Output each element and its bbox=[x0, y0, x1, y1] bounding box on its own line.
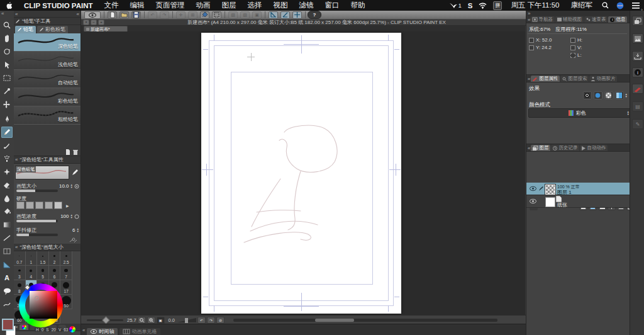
canvas-page[interactable] bbox=[201, 33, 401, 314]
gradient-tool[interactable] bbox=[1, 219, 13, 230]
h-checkbox[interactable] bbox=[570, 38, 575, 43]
canvas-viewport[interactable] bbox=[80, 31, 525, 315]
density-slider[interactable] bbox=[16, 220, 58, 222]
brush-size-stepper[interactable]: ▲▼ bbox=[70, 184, 73, 189]
tone-effect-icon[interactable] bbox=[594, 91, 602, 99]
snap-transform-button[interactable]: ⊞ bbox=[188, 11, 197, 19]
bottom-dock-collapse-icon[interactable]: « bbox=[82, 327, 85, 333]
layer-row-paper[interactable]: 纸张 bbox=[526, 195, 630, 208]
line-correction-tool[interactable] bbox=[1, 298, 13, 310]
tool-property-panel-header[interactable]: « “深色铅笔”工具属性 bbox=[14, 156, 80, 164]
figure-tool[interactable] bbox=[1, 232, 13, 244]
foreground-color-swatch[interactable] bbox=[2, 319, 14, 331]
decoration-tool[interactable] bbox=[1, 166, 13, 178]
mesh-transform-button[interactable] bbox=[212, 11, 221, 19]
brush-item-rough-pencil[interactable]: 粗糙铅笔 bbox=[14, 106, 80, 125]
image-material-icon[interactable] bbox=[632, 33, 643, 43]
density-dynamics-icon[interactable] bbox=[74, 214, 79, 219]
show-menu-eye-button[interactable] bbox=[84, 11, 101, 19]
size-cell[interactable]: 5 bbox=[37, 266, 49, 280]
window-zoom-button[interactable]: + bbox=[98, 20, 104, 25]
tab-layers[interactable]: 图层 bbox=[531, 145, 550, 151]
subtool-collapse-icon[interactable]: « bbox=[15, 11, 18, 17]
window-close-button[interactable]: × bbox=[83, 20, 89, 25]
eyedropper-tool[interactable] bbox=[1, 86, 13, 97]
l-checkbox[interactable] bbox=[570, 53, 575, 58]
pencil-tool[interactable] bbox=[1, 127, 13, 138]
menu-file[interactable]: 文件 bbox=[98, 0, 124, 11]
menubar-user[interactable]: 康绍军 bbox=[565, 0, 599, 11]
tab-navigator[interactable]: 导航器 bbox=[531, 16, 555, 23]
tab-layer-property[interactable]: 图层属性 bbox=[531, 76, 560, 82]
balloon-tool[interactable] bbox=[1, 285, 13, 297]
layer-panel-collapse[interactable]: « bbox=[528, 145, 530, 151]
layer1-thumbnail[interactable] bbox=[545, 185, 555, 195]
blend-tool[interactable] bbox=[1, 193, 13, 204]
menu-select[interactable]: 选择 bbox=[242, 0, 267, 11]
border-effect-icon[interactable] bbox=[583, 91, 592, 99]
tab-animation-film[interactable]: 动画胶片 bbox=[589, 76, 617, 82]
wifi-icon[interactable] bbox=[475, 0, 490, 11]
subtool-tab-pencil[interactable]: 铅笔 bbox=[15, 26, 36, 33]
rotate-canvas-tool[interactable] bbox=[1, 46, 13, 57]
input-method-icon[interactable]: 拼 bbox=[490, 0, 505, 11]
tab-timeline[interactable]: 时间轴 bbox=[87, 328, 118, 335]
sv-selector-marker[interactable] bbox=[35, 296, 39, 300]
tab-subview[interactable]: 辅助视图 bbox=[555, 16, 584, 23]
frame-border-tool[interactable] bbox=[1, 246, 13, 257]
mask-button-1[interactable]: ▨ bbox=[228, 11, 238, 19]
paper-visible-eye-icon[interactable] bbox=[530, 199, 536, 203]
s-status-icon[interactable]: S bbox=[465, 0, 476, 11]
horizontal-scrollbar[interactable] bbox=[233, 319, 497, 322]
airbrush-tool[interactable] bbox=[1, 153, 13, 164]
pressure-dynamics-icon[interactable] bbox=[74, 184, 79, 189]
brush-size-slider[interactable] bbox=[16, 190, 58, 192]
rotation-slider[interactable] bbox=[177, 317, 196, 323]
zoom-slider[interactable] bbox=[87, 319, 123, 321]
notification-status-item[interactable]: 1 bbox=[447, 0, 465, 11]
subtool-panel-header[interactable]: “铅笔”子工具 bbox=[14, 18, 80, 25]
snap-ruler-button[interactable] bbox=[269, 11, 278, 19]
brush-size-panel-header[interactable]: « “深色铅笔”画笔大小 bbox=[14, 244, 80, 251]
rotate-left-icon[interactable]: ↶ bbox=[197, 317, 206, 324]
hand-tool[interactable] bbox=[1, 33, 13, 44]
extra-strip-icon-2[interactable]: ✎ bbox=[632, 119, 643, 129]
tab-quick-reference[interactable]: 速查表 bbox=[584, 16, 608, 23]
menu-view[interactable]: 视图 bbox=[267, 0, 293, 11]
size-cell[interactable]: 7 bbox=[60, 266, 72, 280]
effect-stepper[interactable]: ▲▼ bbox=[625, 93, 628, 98]
layer-row-layer1[interactable]: 100 % 正常 图层 1 bbox=[526, 183, 630, 195]
material-panel-icon[interactable] bbox=[632, 16, 643, 26]
menu-window[interactable]: 窗口 bbox=[319, 0, 345, 11]
size-cell[interactable]: 17 bbox=[60, 280, 72, 295]
layer-property-strip-icon[interactable] bbox=[632, 84, 643, 94]
fill-tool[interactable] bbox=[1, 206, 13, 217]
color-wheel-tab[interactable] bbox=[19, 324, 28, 330]
menu-filter[interactable]: 滤镜 bbox=[293, 0, 319, 11]
zoom-out-icon[interactable] bbox=[138, 317, 146, 324]
snap-special-ruler-button[interactable] bbox=[280, 11, 290, 19]
v-checkbox[interactable] bbox=[570, 45, 575, 50]
text-tool[interactable]: A bbox=[1, 272, 13, 283]
selection-marquee-tool[interactable] bbox=[1, 72, 13, 84]
tool-property-collapse-icon[interactable]: « bbox=[15, 157, 18, 162]
brush-size-collapse-icon[interactable]: « bbox=[15, 244, 18, 250]
save-button[interactable] bbox=[131, 11, 141, 19]
toolstrip-collapse-icon[interactable]: « bbox=[1, 11, 4, 16]
fill-bucket-button[interactable] bbox=[200, 11, 209, 19]
brush-item-colored-pencil[interactable]: 彩色铅笔 bbox=[14, 88, 80, 106]
stabilization-stepper[interactable]: ▲▼ bbox=[77, 228, 79, 233]
size-cell[interactable]: 0.7 bbox=[14, 251, 26, 266]
siri-icon[interactable] bbox=[613, 0, 628, 11]
menu-help[interactable]: 帮助 bbox=[345, 0, 370, 11]
size-cell[interactable]: 1.5 bbox=[37, 251, 49, 266]
menu-animation[interactable]: 动画 bbox=[190, 0, 216, 11]
move-layer-tool[interactable] bbox=[1, 99, 13, 110]
menu-page-manage[interactable]: 页面管理 bbox=[150, 0, 190, 11]
size-cell[interactable]: 3 bbox=[14, 266, 26, 280]
brush-item-mechanical-pencil[interactable]: 自动铅笔 bbox=[14, 70, 80, 88]
subtool-collapse-icon-right[interactable]: « bbox=[77, 11, 79, 17]
menu-layer[interactable]: 图层 bbox=[216, 0, 242, 11]
color-sv-square[interactable] bbox=[30, 291, 57, 319]
download-material-icon[interactable] bbox=[632, 51, 643, 61]
